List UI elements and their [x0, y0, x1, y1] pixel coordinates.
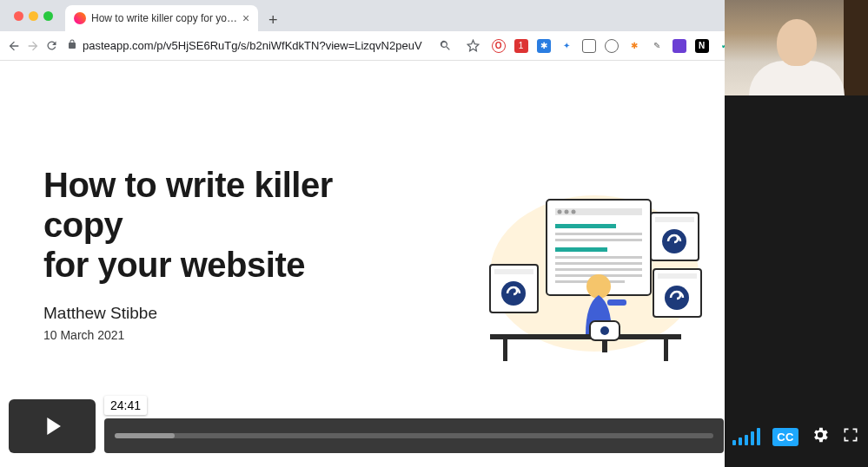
- search-icon[interactable]: [436, 36, 455, 56]
- url-field[interactable]: pasteapp.com/p/v5HjSE6RuTg/s/b2niWfKdkTN…: [63, 39, 426, 52]
- lock-icon: [67, 39, 77, 52]
- svg-rect-1: [490, 334, 681, 339]
- svg-rect-19: [494, 269, 533, 274]
- play-button[interactable]: [9, 399, 96, 453]
- extension-icon[interactable]: [582, 39, 596, 53]
- maximize-window-button[interactable]: [43, 11, 53, 21]
- minimize-window-button[interactable]: [29, 11, 38, 21]
- svg-rect-3: [664, 339, 668, 361]
- address-bar: pasteapp.com/p/v5HjSE6RuTg/s/b2niWfKdkTN…: [0, 31, 725, 61]
- new-tab-button[interactable]: +: [262, 9, 284, 31]
- timestamp-tooltip: 24:41: [104, 396, 147, 415]
- svg-rect-2: [503, 339, 507, 361]
- settings-button[interactable]: [811, 425, 830, 448]
- svg-rect-22: [655, 217, 694, 222]
- extension-icon[interactable]: [673, 39, 686, 53]
- hero-illustration: [464, 182, 716, 365]
- favicon-icon: [74, 12, 86, 24]
- svg-rect-9: [555, 224, 616, 228]
- star-icon[interactable]: [464, 36, 483, 56]
- extension-icon[interactable]: N: [695, 39, 709, 53]
- svg-rect-25: [658, 273, 697, 279]
- extension-icon[interactable]: ✱: [537, 39, 551, 53]
- svg-rect-12: [555, 247, 607, 252]
- volume-control[interactable]: [732, 428, 760, 445]
- svg-rect-11: [555, 239, 642, 241]
- back-button[interactable]: [7, 36, 21, 56]
- extension-icon[interactable]: ✎: [650, 39, 664, 53]
- window-controls: [7, 0, 60, 31]
- tab-bar: How to write killer copy for yo… × +: [0, 0, 725, 31]
- extension-icon[interactable]: ✦: [560, 39, 573, 53]
- webcam-feed: [725, 0, 868, 95]
- svg-rect-15: [555, 268, 642, 271]
- reload-button[interactable]: [45, 36, 58, 56]
- svg-rect-31: [602, 340, 607, 352]
- page-title: How to write killer copy for your websit…: [43, 165, 417, 285]
- svg-rect-10: [555, 233, 642, 235]
- svg-point-6: [558, 210, 562, 214]
- svg-rect-14: [555, 262, 642, 265]
- svg-point-27: [586, 274, 611, 299]
- browser-tab[interactable]: How to write killer copy for yo… ×: [65, 5, 258, 31]
- svg-point-30: [600, 326, 609, 335]
- video-controls: 24:41 CC: [0, 392, 868, 457]
- svg-rect-13: [555, 256, 642, 259]
- extension-icon[interactable]: O: [492, 39, 506, 53]
- progress-bar[interactable]: [104, 418, 724, 453]
- url-text: pasteapp.com/p/v5HjSE6RuTg/s/b2niWfKdkTN…: [83, 39, 422, 52]
- forward-button[interactable]: [26, 36, 40, 56]
- tab-title: How to write killer copy for yo…: [91, 12, 237, 24]
- svg-rect-28: [607, 299, 626, 306]
- svg-point-7: [565, 210, 569, 214]
- close-tab-button[interactable]: ×: [242, 11, 249, 25]
- captions-button[interactable]: CC: [772, 428, 798, 446]
- svg-point-8: [572, 210, 576, 214]
- extension-icon[interactable]: 1: [514, 39, 528, 53]
- extension-icon[interactable]: [605, 39, 619, 53]
- extension-icon[interactable]: ✱: [627, 39, 641, 53]
- close-window-button[interactable]: [14, 11, 23, 21]
- fullscreen-button[interactable]: [842, 426, 859, 447]
